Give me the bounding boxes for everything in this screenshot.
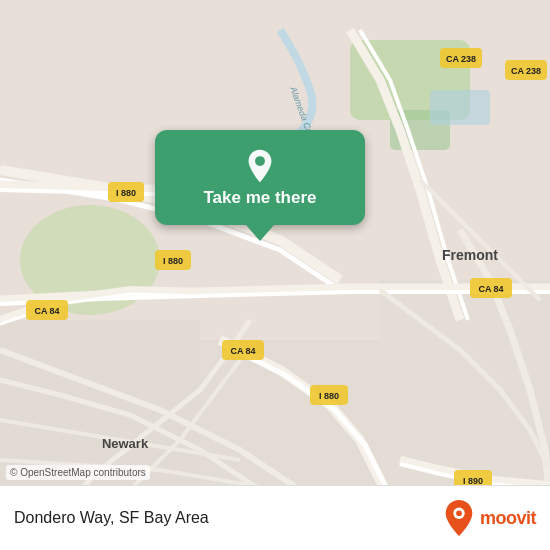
- svg-text:CA 84: CA 84: [230, 346, 255, 356]
- moovit-brand-label: moovit: [480, 508, 536, 529]
- bottom-bar: Dondero Way, SF Bay Area moovit: [0, 485, 550, 550]
- svg-text:I 880: I 880: [116, 188, 136, 198]
- moovit-logo: moovit: [443, 499, 536, 537]
- fremont-label: Fremont: [442, 247, 498, 263]
- svg-text:I 880: I 880: [163, 256, 183, 266]
- map-attribution: © OpenStreetMap contributors: [6, 465, 150, 480]
- svg-text:CA 84: CA 84: [34, 306, 59, 316]
- newark-label: Newark: [102, 436, 149, 451]
- moovit-pin-icon: [443, 499, 475, 537]
- map-container: I 880 I 880 CA 238 CA 238 CA 84 CA 84 CA…: [0, 0, 550, 550]
- svg-text:CA 238: CA 238: [446, 54, 476, 64]
- svg-text:CA 84: CA 84: [478, 284, 503, 294]
- svg-point-29: [456, 510, 462, 516]
- svg-text:CA 238: CA 238: [511, 66, 541, 76]
- svg-text:I 880: I 880: [319, 391, 339, 401]
- svg-rect-4: [430, 90, 490, 125]
- location-label: Dondero Way, SF Bay Area: [14, 509, 443, 527]
